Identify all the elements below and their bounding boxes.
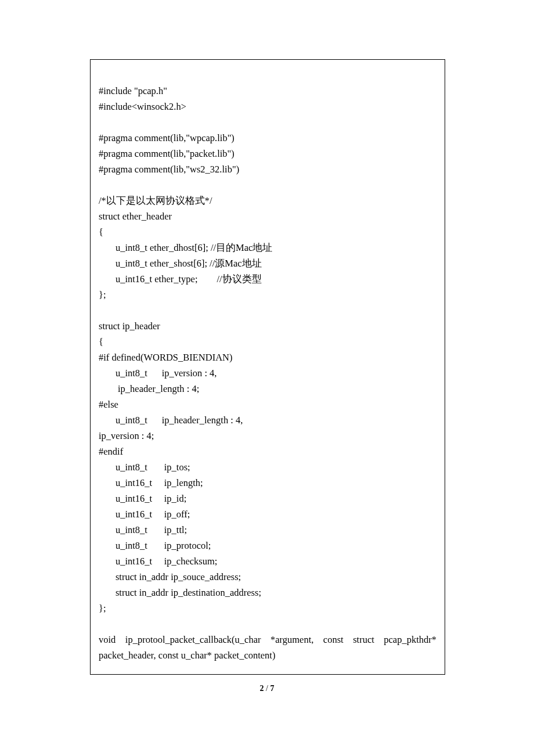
code-line: u_int8_t ip_protocol;: [99, 538, 436, 553]
code-line: u_int16_t ip_checksum;: [99, 553, 436, 569]
code-line: [99, 303, 436, 318]
code-line: #if defined(WORDS_BIENDIAN): [99, 350, 436, 365]
code-line: u_int8_t ether_dhost[6]; //目的Mac地址: [99, 240, 436, 255]
code-line: u_int8_t ip_ttl;: [99, 522, 436, 538]
code-line: #endif: [99, 444, 436, 459]
code-line: ip_version : 4;: [99, 428, 436, 444]
code-frame: #include "pcap.h"#include<winsock2.h>#pr…: [90, 59, 445, 675]
code-line: u_int8_t ip_version : 4,: [99, 365, 436, 381]
code-line: #pragma comment(lib,"ws2_32.lib"): [99, 161, 436, 177]
page-separator: /: [264, 684, 270, 693]
code-line: [99, 114, 436, 130]
code-line: u_int16_t ip_off;: [99, 506, 436, 522]
code-line: {: [99, 224, 436, 240]
code-line: u_int16_t ip_length;: [99, 475, 436, 491]
code-line: {: [99, 334, 436, 350]
page-current: 2: [260, 684, 264, 693]
code-line: u_int16_t ip_id;: [99, 491, 436, 506]
code-line: [99, 177, 436, 193]
code-line: ip_header_length : 4;: [99, 381, 436, 397]
code-line: #include<winsock2.h>: [99, 99, 436, 114]
code-line: u_int16_t ether_type; //协议类型: [99, 271, 436, 287]
code-line: u_int8_t ether_shost[6]; //源Mac地址: [99, 255, 436, 271]
code-line: struct ether_header: [99, 208, 436, 224]
code-line: #else: [99, 397, 436, 412]
code-line: u_int8_t ip_header_length : 4,: [99, 412, 436, 428]
code-block: #include "pcap.h"#include<winsock2.h>#pr…: [99, 83, 436, 632]
code-line: /*以下是以太网协议格式*/: [99, 193, 436, 208]
code-line: struct in_addr ip_destination_address;: [99, 585, 436, 600]
code-line: };: [99, 600, 436, 616]
code-line: [99, 616, 436, 632]
code-line: };: [99, 287, 436, 303]
code-line: #pragma comment(lib,"wpcap.lib"): [99, 130, 436, 146]
page-total: 7: [270, 684, 274, 693]
code-line: struct ip_header: [99, 318, 436, 334]
code-line: #include "pcap.h": [99, 83, 436, 99]
code-line: void ip_protool_packet_callback(u_char *…: [99, 632, 436, 647]
page-number: 2 / 7: [0, 684, 534, 693]
code-line: packet_header, const u_char* packet_cont…: [99, 647, 436, 663]
code-line: struct in_addr ip_souce_address;: [99, 569, 436, 585]
code-line: u_int8_t ip_tos;: [99, 459, 436, 475]
code-line: #pragma comment(lib,"packet.lib"): [99, 146, 436, 161]
